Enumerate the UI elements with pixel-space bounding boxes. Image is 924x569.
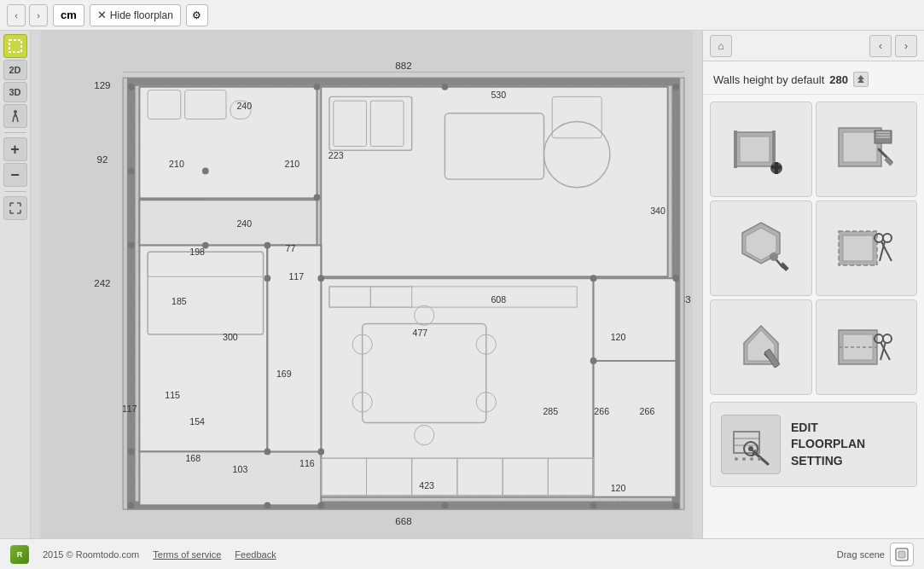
rp-back-btn[interactable]: ‹ [869, 35, 892, 57]
svg-point-64 [264, 242, 271, 249]
walls-height-spinner[interactable] [853, 72, 869, 87]
svg-text:103: 103 [233, 464, 248, 474]
cut-shape-tool[interactable] [816, 200, 918, 296]
svg-rect-149 [898, 551, 905, 558]
walls-height-label: Walls height by default [713, 73, 824, 86]
svg-point-132 [883, 334, 892, 343]
svg-point-62 [202, 168, 209, 175]
view-2d-btn[interactable]: 2D [3, 60, 27, 80]
svg-rect-103 [740, 136, 770, 162]
settings-btn[interactable]: ⚙ [186, 4, 208, 26]
svg-point-73 [442, 84, 449, 90]
hex-shape-tool[interactable] [710, 200, 812, 296]
edit-box-tool[interactable] [816, 102, 918, 197]
svg-rect-108 [771, 165, 782, 169]
rp-forward-btn[interactable]: › [895, 35, 917, 57]
select-tool-btn[interactable] [3, 34, 27, 58]
svg-text:423: 423 [419, 480, 434, 491]
status-bar: R 2015 © Roomtodo.com Terms of service F… [0, 538, 924, 569]
rp-home-btn[interactable]: ⌂ [710, 35, 732, 57]
toolbar-nav-back-forward: ‹ › [7, 4, 48, 26]
svg-text:668: 668 [395, 515, 411, 526]
svg-text:77: 77 [286, 243, 296, 253]
svg-point-147 [758, 457, 761, 461]
tool-separator-2 [4, 191, 26, 192]
svg-point-66 [317, 275, 324, 282]
svg-text:210: 210 [285, 159, 300, 169]
zoom-out-btn[interactable]: − [3, 163, 27, 187]
svg-text:477: 477 [413, 328, 428, 338]
walk-tool-btn[interactable] [3, 104, 27, 128]
svg-rect-104 [734, 131, 737, 168]
svg-point-68 [590, 357, 597, 364]
unit-toggle-btn[interactable]: cm [53, 4, 84, 26]
svg-point-57 [590, 502, 597, 508]
svg-point-143 [748, 446, 753, 451]
svg-text:300: 300 [223, 332, 238, 342]
svg-point-61 [128, 168, 135, 175]
svg-point-51 [128, 84, 135, 90]
svg-point-59 [128, 502, 135, 508]
svg-text:340: 340 [650, 206, 665, 216]
svg-text:129: 129 [94, 79, 110, 90]
svg-point-53 [314, 195, 321, 201]
app-logo: R [10, 545, 29, 564]
paint-floor-tool[interactable] [710, 299, 812, 395]
svg-point-72 [264, 502, 271, 508]
drag-scene-label: Drag scene [837, 549, 885, 560]
drag-scene-icon [890, 543, 914, 566]
svg-text:882: 882 [395, 60, 411, 71]
main-area: 2D 3D + − 882 668 129 92 242 [0, 31, 924, 538]
svg-rect-121 [843, 235, 873, 261]
walls-height-value: 280 [829, 73, 848, 86]
view-3d-btn[interactable]: 3D [3, 82, 27, 102]
svg-text:120: 120 [611, 332, 626, 342]
zoom-in-btn[interactable]: + [3, 137, 27, 161]
svg-point-71 [128, 449, 135, 456]
svg-point-67 [590, 275, 597, 282]
svg-rect-110 [843, 132, 877, 162]
svg-point-65 [264, 275, 271, 282]
svg-point-55 [672, 275, 679, 282]
terms-link[interactable]: Terms of service [153, 549, 221, 560]
svg-point-52 [314, 84, 321, 90]
svg-point-74 [442, 502, 449, 508]
canvas-area[interactable]: 882 668 129 92 242 683 [31, 31, 702, 538]
trim-tool[interactable] [816, 299, 918, 395]
copyright-text: 2015 © Roomtodo.com [43, 549, 139, 560]
edit-floorplan-label: EDIT FLOORPLAN SETTING [791, 420, 865, 470]
svg-point-69 [264, 449, 271, 456]
svg-text:169: 169 [276, 369, 292, 379]
svg-text:266: 266 [594, 406, 609, 416]
svg-point-54 [672, 84, 679, 90]
hide-floorplan-btn[interactable]: ✕ Hide floorplan [90, 4, 181, 26]
svg-text:116: 116 [299, 458, 315, 468]
svg-text:242: 242 [94, 277, 110, 288]
svg-text:117: 117 [122, 404, 137, 414]
svg-text:92: 92 [96, 154, 108, 165]
svg-text:210: 210 [169, 159, 184, 169]
svg-text:223: 223 [328, 150, 344, 160]
tool-grid [703, 95, 924, 402]
svg-rect-15 [139, 200, 317, 245]
tool-separator [4, 132, 26, 133]
right-panel-header: ⌂ ‹ › [703, 31, 924, 61]
nav-back-btn[interactable]: ‹ [7, 4, 26, 26]
svg-point-1 [14, 110, 17, 113]
svg-text:608: 608 [491, 294, 506, 305]
expand-btn[interactable] [3, 196, 27, 220]
feedback-link[interactable]: Feedback [235, 549, 276, 560]
svg-text:120: 120 [611, 483, 626, 493]
svg-text:285: 285 [543, 406, 558, 416]
svg-text:115: 115 [165, 390, 180, 400]
add-wall-tool[interactable] [710, 102, 812, 197]
nav-forward-btn[interactable]: › [29, 4, 48, 26]
edit-floorplan-card[interactable]: EDIT FLOORPLAN SETTING [710, 402, 917, 487]
svg-text:266: 266 [640, 406, 655, 416]
svg-rect-12 [139, 87, 317, 199]
edit-floorplan-icon-box [721, 415, 781, 474]
svg-rect-13 [321, 87, 667, 277]
svg-rect-19 [594, 278, 677, 361]
svg-text:154: 154 [189, 416, 205, 427]
right-panel: ⌂ ‹ › Walls height by default 280 [702, 31, 924, 538]
